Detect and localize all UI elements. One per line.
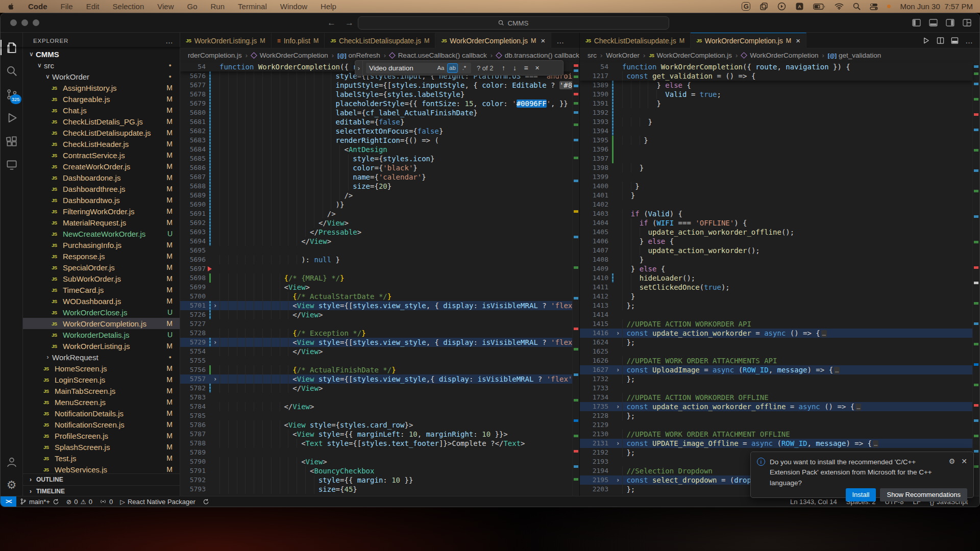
fold-chevron-icon[interactable]: ›: [614, 439, 622, 448]
overview-ruler-left[interactable]: [572, 62, 579, 497]
code-line-5788[interactable]: 5788 <Text style={[styles.text_footer]}>…: [180, 439, 572, 448]
wifi-icon[interactable]: [835, 3, 844, 10]
code-line-1398[interactable]: 1398 }: [580, 163, 972, 172]
code-line-5693[interactable]: 5693 </Pressable>: [180, 228, 572, 237]
tab-WorkOrderListing.js[interactable]: JSWorkOrderListing.jsM: [180, 33, 272, 48]
code-line-5791[interactable]: 5791 <BouncyCheckbox: [180, 466, 572, 475]
show-recommendations-button[interactable]: Show Recommendations: [880, 488, 967, 502]
find-in-selection-icon[interactable]: ≡: [521, 62, 532, 73]
spotlight-search-icon[interactable]: [853, 3, 861, 10]
fold-chevron-icon[interactable]: ›: [211, 374, 219, 384]
toggle-replace-icon[interactable]: ›: [355, 61, 363, 75]
code-line-5790[interactable]: 5790 <View>: [180, 457, 572, 466]
notification-settings-icon[interactable]: ⚙: [949, 457, 955, 465]
tree-file-NotificationScreen.js[interactable]: JSNotificationScreen.jsM: [23, 419, 180, 430]
find-previous-icon[interactable]: ↑: [498, 62, 509, 73]
code-line-1414[interactable]: 1414: [580, 310, 972, 319]
code-line-1734[interactable]: 1734 //UPDATE ACTION WORKORDER OFFLINE: [580, 393, 972, 402]
code-area-right[interactable]: 1389 } else {1390 Valid = true;1391 }139…: [580, 81, 972, 497]
tree-file-SplashScreen.js[interactable]: JSSplashScreen.jsM: [23, 441, 180, 453]
menu-window[interactable]: Window: [280, 2, 307, 11]
tree-file-Chat.js[interactable]: JSChat.jsM: [23, 105, 180, 116]
close-find-icon[interactable]: ×: [532, 62, 543, 73]
tree-file-MainTabScreen.js[interactable]: JSMainTabScreen.jsM: [23, 385, 180, 396]
tree-file-HomeScreen.js[interactable]: JSHomeScreen.jsM: [23, 363, 180, 374]
code-line-5681[interactable]: 5681 editable={false}: [180, 117, 572, 127]
code-line-1735[interactable]: 1735› const update_action_workorder_offl…: [580, 402, 972, 411]
code-line-5728[interactable]: 5728 {/* Exception */}: [180, 329, 572, 338]
code-line-5701[interactable]: 5701› <View style={[styles.view_style, {…: [180, 301, 572, 310]
code-line-2128[interactable]: 2128 };: [580, 411, 972, 420]
code-line-1412[interactable]: 1412 }: [580, 292, 972, 301]
apple-logo-icon[interactable]: [7, 3, 15, 10]
menu-file[interactable]: File: [61, 2, 73, 11]
tree-file-WorkOrderListing.js[interactable]: JSWorkOrderListing.jsM: [23, 340, 180, 352]
tree-file-Dashboardone.js[interactable]: JSDashboardone.jsM: [23, 172, 180, 183]
tree-file-WorkOrderCompletion.js[interactable]: JSWorkOrderCompletion.jsM: [23, 318, 180, 329]
code-line-5756[interactable]: 5756 {/* ActualFinishDate */}: [180, 365, 572, 374]
tree-file-NotificationDetails.js[interactable]: JSNotificationDetails.jsM: [23, 408, 180, 419]
copy-stack-icon[interactable]: [760, 2, 768, 11]
code-line-1408[interactable]: 1408 }: [580, 255, 972, 264]
code-area-left[interactable]: 5676 style={[styles.input, { height: Pla…: [180, 71, 572, 497]
tree-folder-src[interactable]: ∨src●: [23, 60, 180, 71]
code-line-1411[interactable]: 1411 setClickedOnce(true);: [580, 283, 972, 292]
activity-extensions[interactable]: [1, 130, 23, 153]
code-line-1396[interactable]: 1396: [580, 145, 972, 154]
branch-indicator[interactable]: main*+: [16, 496, 63, 507]
code-line-5700[interactable]: 5700 {/* ActualStartDate */}: [180, 292, 572, 301]
code-line-5783[interactable]: 5783: [180, 393, 572, 402]
code-line-1404[interactable]: 1404 if (WIFI === 'OFFLINE') {: [580, 218, 972, 228]
code-line-5785[interactable]: 5785: [180, 411, 572, 420]
code-line-1406[interactable]: 1406 } else {: [580, 237, 972, 246]
close-window-button[interactable]: [10, 19, 17, 26]
command-center[interactable]: CMMS: [358, 16, 669, 30]
whole-word-button[interactable]: ab: [447, 63, 458, 73]
code-line-1409[interactable]: 1409 } else {: [580, 264, 972, 273]
code-line-1625[interactable]: 1625: [580, 347, 972, 356]
tree-file-Dashboardthree.js[interactable]: JSDashboardthree.jsM: [23, 183, 180, 194]
code-line-1624[interactable]: 1624 };: [580, 338, 972, 347]
tree-file-ProfileScreen.js[interactable]: JSProfileScreen.jsM: [23, 430, 180, 441]
tree-file-FilteringWorkOrder.js[interactable]: JSFilteringWorkOrder.jsM: [23, 206, 180, 217]
match-case-button[interactable]: Aa: [435, 63, 446, 73]
code-line-1401[interactable]: 1401 }: [580, 191, 972, 200]
tree-file-WorkorderDetalis.js[interactable]: JSWorkorderDetalis.jsU: [23, 329, 180, 340]
breadcrumb-item[interactable]: WorkOrderCompletion.js: [656, 52, 732, 59]
menu-edit[interactable]: Edit: [86, 2, 100, 11]
tree-file-WorkOrderClose.js[interactable]: JSWorkOrderClose.jsU: [23, 307, 180, 318]
ports-indicator[interactable]: 0: [96, 496, 116, 507]
tab-Info.plist[interactable]: ≡Info.plistM: [272, 33, 325, 48]
code-line-5696[interactable]: 5696 ): null }: [180, 255, 572, 264]
fold-chevron-icon[interactable]: ›: [614, 329, 622, 338]
battery-icon[interactable]: [813, 4, 825, 10]
find-next-icon[interactable]: ↓: [509, 62, 521, 73]
code-line-2129[interactable]: 2129: [580, 420, 972, 430]
grammarly-icon[interactable]: G: [742, 2, 750, 11]
code-line-5787[interactable]: 5787 <View style={{ marginLeft: 10, marg…: [180, 430, 572, 439]
menu-terminal[interactable]: Terminal: [238, 2, 267, 11]
code-line-1392[interactable]: 1392: [580, 108, 972, 117]
code-line-1393[interactable]: 1393 }: [580, 117, 972, 127]
run-file-icon[interactable]: [922, 37, 930, 44]
code-line-5755[interactable]: 5755: [180, 356, 572, 365]
tree-file-TimeCard.js[interactable]: JSTimeCard.jsM: [23, 284, 180, 295]
timeline-section[interactable]: ›TIMELINE: [23, 485, 180, 497]
tree-file-Chargeable.js[interactable]: JSChargeable.jsM: [23, 93, 180, 105]
menu-help[interactable]: Help: [321, 2, 336, 11]
tree-file-NewCreateWorkOrder.js[interactable]: JSNewCreateWorkOrder.jsU: [23, 228, 180, 239]
tree-file-Test.js[interactable]: JSTest.jsM: [23, 453, 180, 464]
more-actions-icon[interactable]: …: [965, 36, 973, 45]
breadcrumb-item[interactable]: WorkOrderCompletion: [750, 52, 818, 59]
tab-WorkOrderCompletion.js[interactable]: JSWorkOrderCompletion.jsM×: [691, 33, 806, 48]
breadcrumb-item[interactable]: db.transaction() callback: [505, 52, 579, 59]
customize-layout-icon[interactable]: [963, 19, 971, 27]
tree-file-MaterialRequest.js[interactable]: JSMaterialRequest.jsM: [23, 217, 180, 228]
code-line-5757[interactable]: 5757› <View style={[styles.view_style,{ …: [180, 374, 572, 384]
tab-CheckListDetalisupdate.js[interactable]: JSCheckListDetalisupdate.jsM: [580, 33, 691, 48]
breadcrumb-item[interactable]: WorkOrderCompletion: [260, 52, 328, 59]
code-line-1733[interactable]: 1733: [580, 384, 972, 393]
tree-folder-WorkOrder[interactable]: ∨WorkOrder●: [23, 71, 180, 82]
breadcrumb-item[interactable]: React.useCallback() callback: [398, 52, 487, 59]
breadcrumb-item[interactable]: onRefresh: [348, 52, 380, 59]
